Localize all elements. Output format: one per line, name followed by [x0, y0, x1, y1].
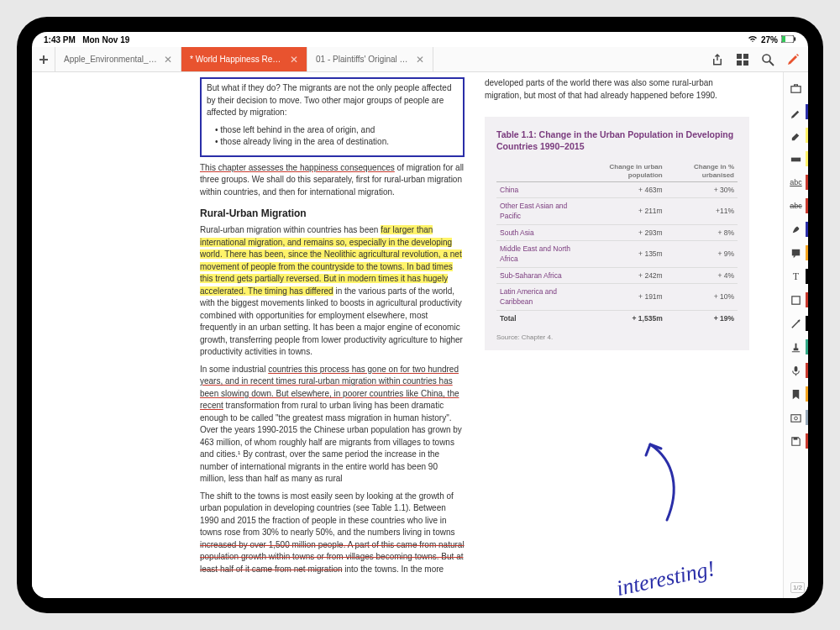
body-text: This chapter assesses the happiness cons… — [200, 162, 465, 199]
tab-plaintiffs[interactable]: 01 - Plaintiffs' Original P... ✕ — [307, 47, 433, 71]
svg-point-16 — [795, 417, 798, 420]
battery-pct: 27% — [761, 35, 778, 45]
boxed-annotation: But what if they do? The migrants are no… — [200, 77, 465, 157]
color-tick — [806, 198, 808, 213]
svg-rect-9 — [791, 86, 801, 92]
svg-rect-15 — [791, 414, 801, 421]
table-cell: + 242m — [582, 267, 666, 283]
color-tick — [806, 363, 808, 378]
page-canvas[interactable]: But what if they do? The migrants are no… — [32, 72, 783, 598]
body-text: But what if they do? The migrants are no… — [207, 82, 458, 119]
tab-apple-env[interactable]: Apple_Environmental_R... ✕ — [55, 47, 181, 71]
table-card: Table 1.1: Change in the Urban Populatio… — [485, 117, 749, 350]
table-cell: + 463m — [582, 181, 666, 197]
page-counter[interactable]: 1/2 — [790, 582, 805, 593]
table-row: Other East Asian and Pacific+ 211m+11% — [496, 198, 738, 225]
tool-line-arrow[interactable] — [784, 312, 808, 334]
search-icon[interactable] — [761, 53, 774, 66]
wifi-icon — [748, 34, 758, 45]
table-cell: + 19% — [666, 310, 738, 326]
tool-highlight[interactable] — [784, 148, 808, 170]
battery-icon — [781, 35, 796, 45]
tool-shape[interactable] — [784, 289, 808, 311]
page-content: But what if they do? The migrants are no… — [32, 72, 783, 598]
col-header: Change in % urbanised — [666, 160, 738, 181]
close-icon[interactable]: ✕ — [164, 54, 172, 66]
svg-line-8 — [769, 61, 774, 66]
tool-stamp[interactable] — [784, 336, 808, 358]
tab-label: * World Happiness Repo... — [190, 55, 283, 64]
body-text: In some industrial countries this proces… — [200, 364, 465, 486]
col-header: Change in urban population — [582, 160, 666, 181]
tool-photo[interactable] — [784, 407, 808, 428]
tool-strikethrough[interactable]: abc — [784, 195, 808, 217]
close-icon[interactable]: ✕ — [416, 54, 424, 66]
status-time: 1:43 PM — [44, 35, 76, 45]
svg-rect-4 — [743, 54, 748, 59]
tool-bookmark[interactable] — [784, 383, 808, 405]
table-cell: + 10% — [666, 283, 738, 310]
new-tab-button[interactable] — [32, 47, 55, 71]
svg-point-7 — [763, 55, 770, 62]
table-row: Sub-Saharan Africa+ 242m+ 4% — [496, 267, 738, 283]
color-tick — [806, 386, 808, 402]
color-tick — [806, 292, 808, 307]
ipad-frame: 1:43 PM Mon Nov 19 27% Apple_Environment… — [17, 17, 823, 613]
edit-pencil-icon[interactable] — [786, 53, 800, 66]
document-area: But what if they do? The migrants are no… — [32, 72, 808, 598]
data-table: Change in urban population Change in % u… — [496, 160, 738, 326]
tool-audio[interactable] — [784, 360, 808, 381]
color-tick — [806, 245, 808, 260]
share-icon[interactable] — [711, 53, 724, 66]
tool-underline[interactable]: abc — [784, 171, 808, 193]
tool-marker[interactable] — [784, 124, 808, 146]
table-cell: + 9% — [666, 240, 738, 267]
svg-rect-2 — [795, 37, 796, 40]
tool-save[interactable] — [784, 430, 808, 452]
color-tick — [806, 339, 808, 354]
color-tick — [806, 175, 808, 190]
tool-sticky-note[interactable] — [784, 242, 808, 264]
tab-world-happiness[interactable]: * World Happiness Repo... ✕ — [181, 47, 307, 71]
table-row: South Asia+ 293m+ 8% — [496, 224, 738, 240]
color-tick — [806, 433, 808, 449]
tool-ink[interactable] — [784, 218, 808, 240]
col-header — [496, 160, 582, 181]
tab-label: 01 - Plaintiffs' Original P... — [316, 55, 409, 64]
svg-rect-5 — [737, 60, 742, 66]
tool-pen[interactable] — [784, 101, 808, 123]
color-tick — [806, 269, 808, 284]
underlined-text: This chapter assesses the happiness cons… — [200, 163, 395, 172]
table-cell: + 4% — [666, 267, 738, 283]
table-cell: + 211m — [582, 198, 666, 225]
color-tick — [806, 410, 808, 425]
table-cell: + 135m — [582, 240, 666, 267]
tab-bar: Apple_Environmental_R... ✕ * World Happi… — [32, 47, 808, 72]
table-total-row: Total+ 1,535m+ 19% — [496, 310, 738, 326]
grid-icon[interactable] — [736, 53, 749, 66]
table-cell: +11% — [666, 198, 738, 225]
color-tick — [806, 222, 808, 237]
table-cell: + 8% — [666, 224, 738, 240]
status-bar: 1:43 PM Mon Nov 19 27% — [32, 32, 808, 47]
table-cell: Other East Asian and Pacific — [496, 198, 582, 225]
tool-briefcase[interactable] — [784, 77, 808, 99]
tool-rail: abc abc T 1/2 — [783, 72, 808, 598]
svg-rect-17 — [794, 437, 798, 439]
table-cell: China — [496, 181, 582, 197]
svg-rect-10 — [791, 157, 801, 161]
bullet-list: those left behind in the area of origin,… — [215, 124, 458, 149]
color-tick — [806, 104, 808, 119]
close-icon[interactable]: ✕ — [290, 54, 298, 66]
svg-rect-11 — [792, 249, 800, 255]
table-row: China+ 463m+ 30% — [496, 181, 738, 197]
table-row: Middle East and North Africa+ 135m+ 9% — [496, 240, 738, 267]
svg-rect-12 — [792, 296, 800, 303]
color-tick — [806, 128, 808, 143]
svg-rect-1 — [782, 36, 785, 42]
table-cell: + 1,535m — [582, 310, 666, 326]
table-cell: Sub-Saharan Africa — [496, 267, 582, 283]
bullet-item: those already living in the area of dest… — [215, 136, 458, 149]
tool-text[interactable]: T — [784, 265, 808, 287]
color-tick — [806, 151, 808, 166]
